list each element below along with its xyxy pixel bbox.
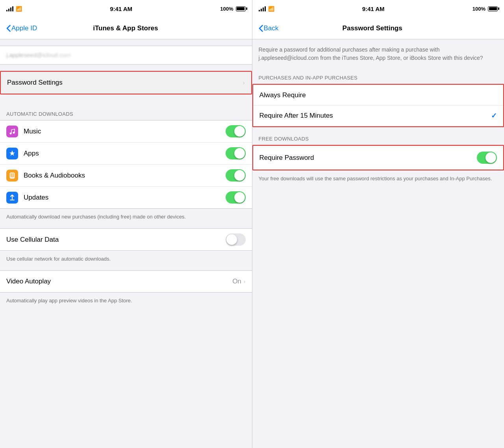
- apps-icon-bg: [6, 148, 18, 159]
- cellular-footer: Use cellular network for automatic downl…: [0, 251, 252, 270]
- right-nav-title: Password Settings: [278, 24, 466, 32]
- apple-id-email-row: j.appleseed@icloud.com: [0, 46, 252, 65]
- password-settings-section: Password Settings ›: [0, 71, 252, 94]
- cellular-group: Use Cellular Data: [0, 228, 252, 251]
- left-battery: 100%: [220, 6, 245, 12]
- free-downloads-footer: Your free downloads will use the same pa…: [252, 170, 504, 190]
- left-time: 9:41 AM: [110, 6, 132, 12]
- right-status-bar: 📶 9:41 AM 100%: [252, 0, 504, 17]
- password-settings-chevron: ›: [243, 80, 245, 86]
- updates-toggle-thumb: [234, 192, 245, 203]
- require-password-toggle[interactable]: [477, 152, 497, 164]
- left-nav-title: iTunes & App Stores: [37, 24, 214, 32]
- books-label: Books & Audiobooks: [24, 172, 226, 180]
- music-icon-bg: [6, 126, 18, 137]
- signal-icon: [6, 6, 13, 11]
- purchases-options-outlined: Always Require Require After 15 Minutes …: [252, 84, 504, 127]
- cellular-toggle-thumb: [226, 234, 237, 245]
- always-require-label: Always Require: [259, 91, 497, 99]
- require-password-toggle-thumb: [485, 152, 496, 163]
- back-label: Apple ID: [11, 24, 37, 32]
- apps-toggle-thumb: [234, 148, 245, 159]
- require-password-row: Require Password: [253, 146, 504, 170]
- battery-percent: 100%: [220, 6, 233, 12]
- books-icon: [8, 172, 16, 180]
- checkmark-icon: ✓: [491, 111, 497, 120]
- back-button[interactable]: Back: [259, 24, 279, 32]
- right-signal-icon: [259, 6, 266, 11]
- left-status-left: 📶: [6, 6, 22, 12]
- apple-id-email: j.appleseed@icloud.com: [6, 52, 71, 58]
- video-autoplay-value: On: [232, 278, 241, 285]
- video-footer: Automatically play app preview videos in…: [0, 292, 252, 312]
- automatic-footer: Automatically download new purchases (in…: [0, 209, 252, 228]
- apps-row: Apps: [0, 143, 252, 165]
- always-require-row[interactable]: Always Require: [253, 85, 504, 106]
- updates-toggle[interactable]: [226, 191, 246, 204]
- purchases-options-group: Always Require Require After 15 Minutes …: [253, 85, 504, 126]
- cellular-label: Use Cellular Data: [6, 236, 226, 244]
- svg-point-0: [10, 132, 12, 134]
- section-automatic-header: AUTOMATIC DOWNLOADS: [0, 102, 252, 120]
- video-autoplay-label: Video Autoplay: [6, 278, 232, 285]
- cellular-row: Use Cellular Data: [0, 229, 252, 250]
- left-panel: 📶 9:41 AM 100% Apple ID iTunes & App Sto…: [0, 0, 252, 448]
- right-scroll-content: Require a password for additional purcha…: [252, 39, 504, 448]
- apps-toggle[interactable]: [226, 147, 246, 159]
- svg-point-1: [13, 131, 15, 133]
- right-status-left: 📶: [259, 6, 274, 12]
- books-icon-bg: [6, 170, 18, 181]
- password-description: Require a password for additional purcha…: [252, 39, 504, 66]
- apple-id-back-button[interactable]: Apple ID: [6, 24, 37, 32]
- updates-icon: [8, 194, 16, 202]
- right-time: 9:41 AM: [362, 6, 385, 12]
- free-downloads-header: FREE DOWNLOADS: [252, 127, 504, 145]
- svg-rect-5: [10, 200, 15, 200]
- music-toggle[interactable]: [226, 125, 246, 137]
- books-toggle[interactable]: [226, 169, 246, 181]
- require-password-outlined: Require Password: [252, 145, 504, 170]
- video-group: Video Autoplay On ›: [0, 270, 252, 292]
- music-label: Music: [24, 128, 226, 135]
- cellular-toggle[interactable]: [226, 233, 246, 246]
- updates-row: Updates: [0, 187, 252, 208]
- left-nav-bar: Apple ID iTunes & App Stores: [0, 17, 252, 39]
- wifi-icon: 📶: [16, 6, 22, 12]
- music-icon: [8, 128, 16, 135]
- right-battery-icon: [488, 6, 498, 11]
- video-autoplay-row[interactable]: Video Autoplay On ›: [0, 271, 252, 292]
- battery-icon: [236, 6, 246, 11]
- updates-icon-bg: [6, 192, 18, 204]
- right-wifi-icon: 📶: [268, 6, 274, 12]
- require-password-label: Require Password: [259, 154, 477, 162]
- right-panel: 📶 9:41 AM 100% Back Password Settings Re…: [252, 0, 504, 448]
- right-back-label: Back: [264, 24, 279, 32]
- music-toggle-thumb: [234, 126, 245, 137]
- books-toggle-thumb: [234, 170, 245, 181]
- automatic-downloads-group: Music Apps: [0, 120, 252, 209]
- apps-label: Apps: [24, 150, 226, 157]
- left-scroll-content: j.appleseed@icloud.com Password Settings…: [0, 39, 252, 448]
- password-settings-group: Password Settings ›: [1, 72, 251, 94]
- right-nav-bar: Back Password Settings: [252, 17, 504, 39]
- books-row: Books & Audiobooks: [0, 165, 252, 187]
- password-settings-row[interactable]: Password Settings ›: [1, 72, 251, 93]
- video-autoplay-chevron: ›: [244, 278, 246, 285]
- purchases-section-header: PURCHASES AND IN-APP PURCHASES: [252, 66, 504, 84]
- updates-label: Updates: [24, 194, 226, 202]
- music-row: Music: [0, 120, 252, 143]
- left-status-bar: 📶 9:41 AM 100%: [0, 0, 252, 17]
- apps-icon: [8, 150, 16, 157]
- require-after-label: Require After 15 Minutes: [259, 112, 491, 120]
- require-after-row[interactable]: Require After 15 Minutes ✓: [253, 106, 504, 126]
- password-settings-label: Password Settings: [7, 79, 243, 87]
- right-battery: 100%: [472, 6, 498, 12]
- right-battery-percent: 100%: [472, 6, 485, 12]
